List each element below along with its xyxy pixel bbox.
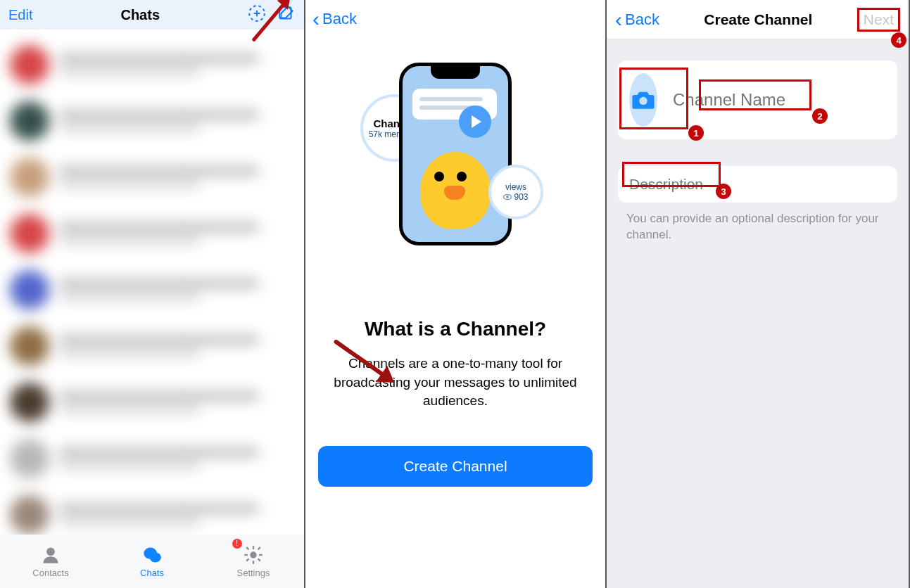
- chat-row[interactable]: [0, 374, 304, 430]
- duck-icon: [420, 152, 491, 229]
- chat-row[interactable]: [0, 37, 304, 93]
- create-channel-button[interactable]: Create Channel: [318, 446, 593, 487]
- intro-heading: What is a Channel?: [305, 318, 605, 340]
- chevron-left-icon: ‹: [615, 9, 622, 30]
- svg-rect-8: [253, 546, 254, 549]
- svg-rect-11: [259, 554, 263, 555]
- channel-desc-input[interactable]: [629, 176, 721, 193]
- channel-name-card: [618, 60, 897, 139]
- tab-contacts[interactable]: Contacts: [0, 535, 101, 588]
- annotation-badge-4: 4: [891, 32, 906, 48]
- edit-button[interactable]: Edit: [8, 7, 32, 23]
- avatar: [10, 214, 49, 253]
- bubble-views: views903: [488, 165, 543, 219]
- svg-rect-12: [246, 547, 249, 550]
- chats-header: Edit Chats: [0, 0, 304, 30]
- create-title: Create Channel: [704, 11, 812, 28]
- avatar: [10, 158, 49, 197]
- svg-point-7: [250, 551, 256, 558]
- chats-icon: [142, 545, 162, 565]
- svg-rect-13: [258, 558, 261, 561]
- channel-photo-button[interactable]: [629, 73, 657, 127]
- create-channel-screen: ‹Back Create Channel Next You can provid…: [607, 0, 910, 588]
- chat-list[interactable]: [0, 30, 304, 536]
- channel-intro-screen: ‹Back Channel57k members views903 What i…: [305, 0, 607, 588]
- svg-point-6: [150, 552, 161, 562]
- avatar: [10, 495, 49, 535]
- back-label: Back: [625, 11, 659, 29]
- channel-name-input[interactable]: [670, 84, 886, 115]
- svg-point-17: [507, 196, 510, 198]
- chat-row[interactable]: [0, 205, 304, 262]
- channel-desc-card: [618, 166, 897, 203]
- create-header: ‹Back Create Channel Next: [607, 0, 909, 39]
- tab-bar: Contacts Chats Settings !: [0, 535, 304, 588]
- avatar: [10, 101, 49, 141]
- annotation-badge-1: 1: [688, 125, 704, 141]
- avatar: [10, 270, 49, 309]
- chat-row[interactable]: [0, 318, 304, 374]
- svg-rect-15: [246, 558, 249, 561]
- add-circle-icon[interactable]: [248, 4, 266, 25]
- annotation-badge-2: 2: [812, 108, 828, 124]
- tab-settings[interactable]: Settings: [203, 535, 304, 588]
- camera-icon: [631, 89, 655, 110]
- chat-row[interactable]: [0, 262, 304, 318]
- avatar: [10, 326, 49, 366]
- next-button[interactable]: Next: [857, 8, 900, 32]
- illustration-phone: [399, 63, 512, 245]
- intro-description: Channels are a one-to-many tool for broa…: [305, 354, 605, 411]
- channel-illustration: Channel57k members views903: [305, 38, 605, 270]
- contacts-icon: [41, 545, 61, 565]
- tab-contacts-label: Contacts: [32, 568, 68, 578]
- chat-row[interactable]: [0, 487, 304, 536]
- back-button[interactable]: ‹Back: [312, 8, 357, 30]
- chat-row[interactable]: [0, 93, 304, 149]
- play-icon: [459, 106, 491, 138]
- annotation-badge-3: 3: [716, 184, 731, 199]
- settings-icon: [244, 545, 263, 565]
- chat-row[interactable]: [0, 149, 304, 205]
- tab-settings-label: Settings: [237, 568, 270, 578]
- svg-point-18: [639, 97, 647, 105]
- svg-rect-14: [258, 547, 261, 550]
- desc-hint: You can provide an optional description …: [626, 211, 889, 243]
- tab-chats-label: Chats: [140, 568, 164, 578]
- chats-title: Chats: [120, 7, 160, 23]
- svg-rect-10: [244, 554, 248, 555]
- tab-chats[interactable]: Chats: [101, 535, 203, 588]
- svg-point-4: [46, 547, 55, 556]
- intro-header: ‹Back: [305, 0, 605, 38]
- chevron-left-icon: ‹: [312, 8, 320, 30]
- avatar: [10, 45, 49, 84]
- avatar: [10, 383, 49, 422]
- avatar: [10, 439, 49, 478]
- chats-screen: Edit Chats Contacts Chats Settings !: [0, 0, 305, 588]
- chat-row[interactable]: [0, 430, 304, 487]
- back-button[interactable]: ‹Back: [615, 9, 659, 30]
- settings-badge: !: [232, 539, 242, 549]
- back-label: Back: [322, 10, 357, 28]
- svg-rect-9: [253, 561, 254, 564]
